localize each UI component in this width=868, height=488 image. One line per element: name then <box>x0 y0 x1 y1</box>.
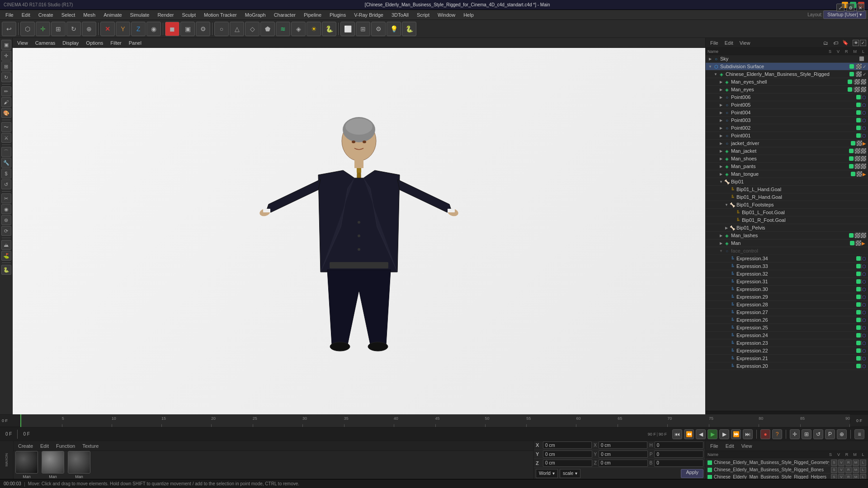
tree-item-point001[interactable]: ▶ ○ Point001 ⬡ <box>706 132 868 140</box>
roadway-tool[interactable]: ⛳ <box>1 251 11 261</box>
go-to-end-button[interactable]: ⏭ <box>743 429 753 439</box>
tree-item-bip01-footsteps[interactable]: ▼ 🦴 Bip01_Footsteps <box>706 201 868 209</box>
menu-edit[interactable]: Edit <box>18 11 34 19</box>
viewport-options-menu[interactable]: Options <box>84 39 105 47</box>
tool-14[interactable]: ◉ <box>1 204 11 214</box>
prev-step-button[interactable]: ◀ <box>696 429 706 439</box>
obj-icon-s-geo[interactable]: S <box>831 460 837 466</box>
render-settings[interactable]: ⚙ <box>196 22 210 36</box>
mat-texture-btn[interactable]: Texture <box>80 442 101 450</box>
tree-arrow-char[interactable]: ▼ <box>713 71 718 77</box>
x-pos-field[interactable]: 0 cm <box>543 441 592 449</box>
obj-icon-m-bones[interactable]: M <box>853 467 859 473</box>
tree-arrow-man-eyes[interactable]: ▶ <box>718 87 724 92</box>
generator-object[interactable]: ⬟ <box>260 22 275 36</box>
material-swatch-1[interactable]: Man <box>15 451 38 479</box>
viewport-view-menu[interactable]: View <box>15 39 30 47</box>
obj-file-tab[interactable]: File <box>708 442 720 450</box>
brush-tool[interactable]: 🖌 <box>1 97 11 107</box>
magnet-tool[interactable]: 🔧 <box>1 158 11 168</box>
null-object[interactable]: ○ <box>214 22 229 36</box>
viewport-cameras-menu[interactable]: Cameras <box>33 39 57 47</box>
tree-item-expr33[interactable]: ╚Expression.33⬡ <box>706 263 868 270</box>
scene-tree[interactable]: ▶ ○ Sky ▼ ⬡ Subdivision Surface <box>706 55 868 411</box>
obj-icon-v-bones[interactable]: V <box>838 467 844 473</box>
deformer-object[interactable]: ≋ <box>276 22 290 36</box>
menu-mograph[interactable]: MoGraph <box>241 11 269 19</box>
tool-15[interactable]: ⊛ <box>1 215 11 225</box>
menu-render[interactable]: Render <box>154 11 177 19</box>
move-mode-btn[interactable]: ✛ <box>790 429 800 439</box>
menu-sculpt[interactable]: Sculpt <box>178 11 199 19</box>
obj-icon-v-geo[interactable]: V <box>838 460 844 466</box>
perspective-view[interactable]: ⬜ <box>340 22 355 36</box>
tree-item-subdiv[interactable]: ▼ ⬡ Subdivision Surface ✓ <box>706 63 868 70</box>
psd-mode-btn[interactable]: ⊕ <box>837 429 847 439</box>
menu-3dtoall[interactable]: 3DToAll <box>388 11 412 19</box>
obj-icon-r-helpers[interactable]: R <box>845 474 852 479</box>
tree-arrow-subdiv[interactable]: ▼ <box>708 64 713 69</box>
menu-vray[interactable]: V-Ray Bridge <box>350 11 387 19</box>
obj-icon-m-geo[interactable]: M <box>853 460 859 466</box>
timeline-window-btn[interactable]: ≡ <box>854 429 864 439</box>
tree-item-expr21[interactable]: ╚Expression.21⬡ <box>706 355 868 362</box>
tree-item-jacket-driver[interactable]: ▶ ○ jacket_driver ▶ <box>706 140 868 147</box>
y-rot-field[interactable]: 0 cm <box>599 450 648 458</box>
tree-item-man-tongue[interactable]: ▶ ◈ Man_tongue ▶ <box>706 170 868 178</box>
tree-item-point005[interactable]: ▶ ○ Point005 ⬡ <box>706 101 868 109</box>
obj-icon-l-bones[interactable]: L <box>860 467 866 473</box>
terrain-tool[interactable]: ⛰ <box>1 240 11 250</box>
tree-item-man[interactable]: ▶ ◈ Man ▶ <box>706 239 868 247</box>
h-field[interactable]: 0 <box>655 441 703 449</box>
apply-button[interactable]: Apply <box>681 469 703 478</box>
viewport[interactable] <box>13 48 705 414</box>
edit-tab-btn[interactable]: Edit <box>722 39 736 47</box>
tree-item-man-pants[interactable]: ▶ ◈ Man_pants <box>706 163 868 170</box>
menu-help[interactable]: Help <box>460 11 477 19</box>
tags-icon[interactable]: 🏷 <box>831 38 840 47</box>
world-dropdown[interactable]: World ▾ <box>536 469 558 478</box>
z-pos-field[interactable]: 0 cm <box>543 460 592 467</box>
menu-simulate[interactable]: Simulate <box>127 11 153 19</box>
viewport-panel-menu[interactable]: Panel <box>127 39 143 47</box>
spline-tool[interactable]: 〜 <box>1 122 11 132</box>
scale-tool-left[interactable]: ⊞ <box>1 61 11 71</box>
obj-icon-l-geo[interactable]: L <box>860 460 866 466</box>
tree-item-bip01-pelvis[interactable]: ▶ 🦴 Bip01_Pelvis <box>706 224 868 232</box>
x-rot-field[interactable]: 0 cm <box>599 441 647 449</box>
move-tool-left[interactable]: ✛ <box>1 51 11 61</box>
obj-icon-s-bones[interactable]: S <box>831 467 837 473</box>
tree-item-expr20[interactable]: ╚Expression.20⬡ <box>706 362 868 370</box>
texture-mode[interactable]: Y <box>116 22 130 36</box>
mat-function-btn[interactable]: Function <box>53 442 78 450</box>
menu-window[interactable]: Window <box>434 11 459 19</box>
select-rect-tool[interactable]: ▣ <box>1 40 11 50</box>
point-mode[interactable]: Z <box>131 22 146 36</box>
mat-create-btn[interactable]: Create <box>15 442 36 450</box>
obj-edit-tab[interactable]: Edit <box>724 442 736 450</box>
move-tool[interactable]: ✛ <box>36 22 50 36</box>
tree-item-bip01-l-hand[interactable]: ╚ Bip01_L_Hand.Goal <box>706 186 868 193</box>
polygon-mode[interactable]: ◉ <box>146 22 161 36</box>
tree-item-expr34[interactable]: ╚ Expression.34 ⬡ <box>706 255 868 263</box>
go-to-start-button[interactable]: ⏮ <box>672 429 682 439</box>
render-button[interactable]: ◼ <box>165 22 179 36</box>
tree-item-point002[interactable]: ▶ ○ Point002 ⬡ <box>706 124 868 132</box>
paint-tool[interactable]: 🎨 <box>1 108 11 118</box>
menu-select[interactable]: Select <box>58 11 79 19</box>
objects-tab-btn[interactable]: File <box>708 39 721 47</box>
tree-item-bip01[interactable]: ▼ 🦴 Bip01 <box>706 178 868 186</box>
undo-button[interactable]: ↩ <box>2 22 16 36</box>
y-pos-field[interactable]: 0 cm <box>543 450 592 458</box>
tree-item-bip01-r-hand[interactable]: ╚ Bip01_R_Hand.Goal <box>706 193 868 201</box>
scale-dropdown[interactable]: scale ▾ <box>560 469 580 478</box>
obj-view-tab[interactable]: View <box>740 442 754 450</box>
menu-motion-tracker[interactable]: Motion Tracker <box>200 11 241 19</box>
python-tool[interactable]: 🐍 <box>402 22 416 36</box>
weight-tool[interactable]: $ <box>1 169 11 178</box>
tree-item-expr29[interactable]: ╚Expression.29⬡ <box>706 293 868 301</box>
tree-item-expr22[interactable]: ╚Expression.22⬡ <box>706 347 868 355</box>
eye-toggle[interactable]: 👁 <box>853 40 859 46</box>
menu-script[interactable]: Script <box>413 11 433 19</box>
tree-item-bip01-l-foot[interactable]: ╚ Bip01_L_Foot.Goal <box>706 209 868 216</box>
